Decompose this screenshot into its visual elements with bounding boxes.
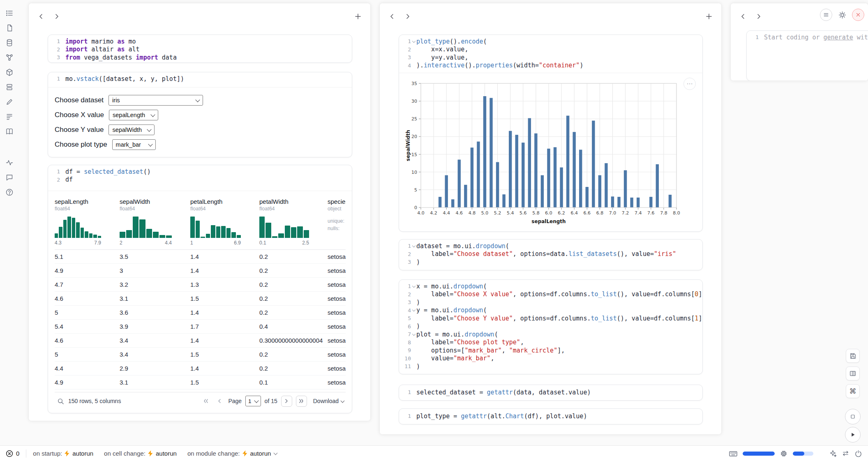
page-select[interactable]: 1 (245, 396, 261, 406)
layout-panels-icon[interactable] (846, 366, 860, 380)
help-icon[interactable] (3, 186, 16, 199)
cell-plot-type[interactable]: 1plot_type = getattr(alt.Chart(df), plot… (399, 408, 703, 424)
code-line[interactable]: 1dataset = mo.ui.dropdown( (399, 242, 702, 250)
chevron-left-icon[interactable] (737, 11, 749, 22)
shutdown-icon[interactable] (852, 9, 864, 21)
save-icon[interactable] (846, 349, 860, 363)
code-line[interactable]: 1mo.vstack([dataset, x, y, plot]) (48, 75, 352, 83)
code-line[interactable]: 2df (48, 176, 352, 184)
add-cell-icon[interactable] (352, 11, 364, 22)
cell-xy-dropdowns[interactable]: 1x = mo.ui.dropdown(2 label="Choose X va… (399, 279, 703, 374)
toc-icon[interactable] (3, 7, 16, 20)
code-line[interactable]: 2 label="Choose dataset", options=data.l… (399, 250, 702, 258)
code-line[interactable]: 3) (399, 298, 702, 307)
code-line[interactable]: 8 label="Choose plot type", (399, 339, 702, 347)
code-editor[interactable]: 1df = selected_dataset()2df (48, 165, 352, 186)
code-line[interactable]: 3) (399, 258, 702, 266)
ai-sparkle-icon[interactable] (829, 449, 837, 457)
dropdown-select[interactable]: iris (108, 95, 203, 106)
cell-dataframe[interactable]: 1df = selected_dataset()2df sepalLengthf… (48, 165, 352, 413)
code-editor[interactable]: 1plot_type = getattr(alt.Chart(df), plot… (399, 409, 702, 423)
code-line[interactable]: 11) (399, 362, 702, 371)
cell-imports[interactable]: 1import marimo as mo2import altair as al… (48, 35, 352, 63)
file-icon[interactable] (3, 21, 16, 35)
database-icon[interactable] (3, 36, 16, 49)
prev-page-icon[interactable] (215, 396, 224, 406)
collapse-caret-icon[interactable] (411, 308, 416, 312)
list-icon[interactable] (3, 110, 16, 123)
keyboard-shortcuts-icon[interactable]: ⌘ (846, 384, 860, 398)
code-line[interactable]: 1df = selected_dataset() (48, 168, 352, 176)
chat-icon[interactable] (3, 171, 16, 184)
table-row[interactable]: 5.13.51.40.2setosa (55, 250, 346, 264)
code-line[interactable]: 1plot_type().encode( (399, 37, 702, 46)
cell-empty[interactable]: 1 Start coding or generate with AI. (746, 30, 868, 81)
keyboard-icon[interactable] (729, 449, 738, 458)
package-icon[interactable] (3, 66, 16, 79)
code-line[interactable]: 3 y=y.value, (399, 53, 702, 62)
column-header[interactable]: petalWidthfloat640.12.5 (259, 195, 328, 249)
column-header[interactable]: sepalWidthfloat6424.4 (120, 195, 190, 249)
table-row[interactable]: 4.93.11.50.1setosa (55, 376, 346, 390)
code-line[interactable]: 1selected_dataset = getattr(data, datase… (399, 388, 702, 396)
code-editor[interactable]: 1selected_dataset = getattr(data, datase… (399, 385, 702, 399)
layers-icon[interactable] (3, 81, 16, 94)
code-line[interactable]: 4).interactive().properties(width="conta… (399, 62, 702, 70)
code-line[interactable]: 1plot_type = getattr(alt.Chart(df), plot… (399, 412, 702, 420)
code-line[interactable]: 10 value="mark_bar", (399, 355, 702, 363)
code-line[interactable]: 2import altair as alt (48, 46, 352, 54)
cell-vstack[interactable]: 1mo.vstack([dataset, x, y, plot]) Choose… (48, 72, 352, 157)
code-line[interactable]: 1x = mo.ui.dropdown( (399, 282, 702, 290)
column-header[interactable]: petalLengthfloat6416.9 (190, 195, 259, 249)
code-line[interactable]: 4y = mo.ui.dropdown( (399, 307, 702, 315)
graph-icon[interactable] (3, 51, 16, 64)
first-page-icon[interactable] (201, 396, 211, 406)
code-editor[interactable]: 1dataset = mo.ui.dropdown(2 label="Choos… (399, 240, 702, 269)
table-row[interactable]: 4.42.91.40.2setosa (55, 362, 346, 376)
cell-dataset-dropdown[interactable]: 1dataset = mo.ui.dropdown(2 label="Choos… (399, 239, 703, 270)
code-editor[interactable]: 1import marimo as mo2import altair as al… (48, 35, 352, 63)
dropdown-select[interactable]: sepalLength (109, 110, 158, 120)
run-all-icon[interactable] (845, 427, 861, 443)
code-line[interactable]: 7plot = mo.ui.dropdown( (399, 330, 702, 339)
generate-with-ai-link[interactable]: generate (824, 34, 853, 41)
collapse-caret-icon[interactable] (411, 332, 416, 337)
memory-chip-icon[interactable] (780, 449, 788, 458)
dropdown-select[interactable]: mark_bar (112, 139, 156, 150)
cell-selected-dataset[interactable]: 1selected_dataset = getattr(data, datase… (399, 385, 703, 401)
code-line[interactable]: 9 options=["mark_bar", "mark_circle"], (399, 346, 702, 355)
power-icon[interactable] (854, 449, 862, 457)
collapse-caret-icon[interactable] (411, 39, 416, 44)
download-button[interactable]: Download (313, 398, 344, 404)
autorun-chip[interactable]: on startup:autorun (33, 450, 93, 457)
table-row[interactable]: 53.61.40.2setosa (55, 306, 346, 320)
chevron-left-icon[interactable] (35, 11, 47, 22)
table-row[interactable]: 4.63.11.50.2setosa (55, 292, 346, 306)
dropdown-select[interactable]: sepalWidth (108, 124, 155, 135)
table-row[interactable]: 53.41.50.2setosa (55, 348, 346, 362)
autorun-chip[interactable]: on module change:autorun (187, 450, 277, 457)
code-editor[interactable]: 1plot_type().encode(2 x=x.value,3 y=y.va… (399, 35, 702, 72)
book-icon[interactable] (3, 125, 16, 138)
column-header[interactable]: speciesobjectunique:nulls: (328, 195, 346, 249)
gear-icon[interactable] (837, 10, 847, 20)
autorun-chip[interactable]: on cell change:autorun (104, 450, 177, 457)
search-icon[interactable] (57, 398, 64, 405)
chevron-right-icon[interactable] (402, 11, 413, 22)
collapse-caret-icon[interactable] (411, 244, 416, 248)
add-cell-icon[interactable] (703, 11, 715, 22)
chevron-right-icon[interactable] (753, 11, 764, 22)
code-line[interactable]: 2 x=x.value, (399, 46, 702, 54)
code-line[interactable]: 3from vega_datasets import data (48, 53, 352, 62)
table-row[interactable]: 4.73.21.30.2setosa (55, 278, 346, 292)
pencil-icon[interactable] (3, 95, 16, 108)
last-page-icon[interactable] (296, 396, 307, 407)
code-line[interactable]: 2 label="Choose X value", options=df.col… (399, 290, 702, 299)
code-line[interactable]: 1import marimo as mo (48, 37, 352, 46)
table-row[interactable]: 4.63.41.40.30000000000000004setosa (55, 334, 346, 348)
code-editor[interactable]: 1mo.vstack([dataset, x, y, plot]) (48, 72, 352, 85)
chevron-right-icon[interactable] (51, 11, 62, 22)
editor-placeholder[interactable]: Start coding or generate with AI. (764, 34, 868, 41)
altair-chart[interactable]: 4.04.24.44.64.85.05.25.45.65.86.06.26.46… (402, 76, 699, 229)
chart-options-icon[interactable]: ⋯ (683, 78, 696, 90)
